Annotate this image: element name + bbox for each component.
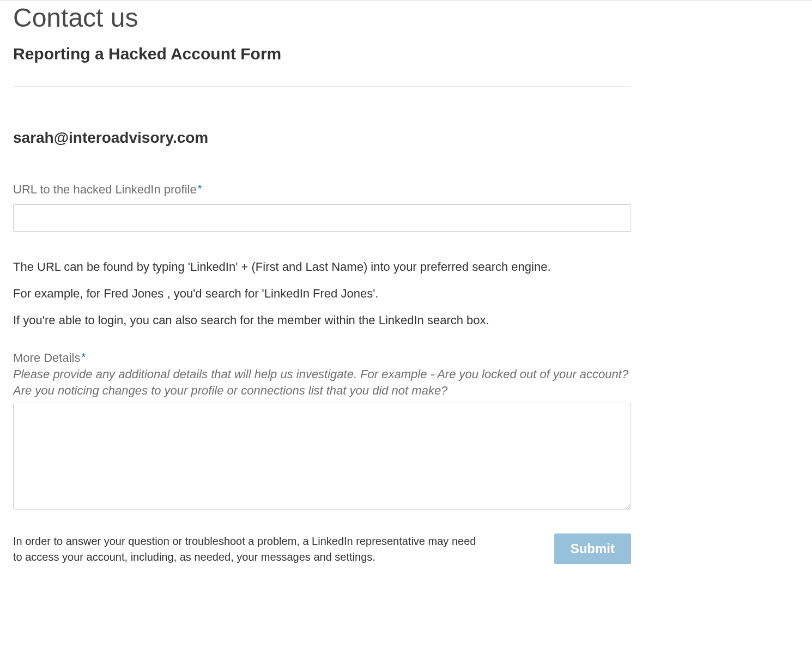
submit-button[interactable]: Submit xyxy=(554,533,631,564)
details-subtext: Please provide any additional details th… xyxy=(13,366,631,398)
details-textarea[interactable] xyxy=(13,403,631,510)
url-field-label: URL to the hacked LinkedIn profile xyxy=(13,183,197,196)
details-field-group: More Details* Please provide any additio… xyxy=(13,351,799,510)
required-asterisk-icon: * xyxy=(81,351,86,363)
url-help-block: The URL can be found by typing 'LinkedIn… xyxy=(13,258,799,329)
required-asterisk-icon: * xyxy=(198,183,202,195)
url-field-label-wrapper: URL to the hacked LinkedIn profile* xyxy=(13,186,202,195)
url-help-line-1: The URL can be found by typing 'LinkedIn… xyxy=(13,258,799,276)
url-help-line-3: If you're able to login, you can also se… xyxy=(13,311,799,329)
url-field-group: URL to the hacked LinkedIn profile* xyxy=(13,183,799,232)
disclaimer-text: In order to answer your question or trou… xyxy=(13,533,482,565)
details-field-label-wrapper: More Details* xyxy=(13,354,86,363)
url-help-line-2: For example, for Fred Jones , you'd sear… xyxy=(13,284,799,302)
form-title: Reporting a Hacked Account Form xyxy=(13,37,799,86)
details-field-label: More Details xyxy=(13,351,80,365)
footer-row: In order to answer your question or trou… xyxy=(13,533,631,565)
url-input[interactable] xyxy=(13,204,631,232)
page-title: Contact us xyxy=(13,1,799,37)
user-email: sarah@interoadvisory.com xyxy=(13,87,799,183)
